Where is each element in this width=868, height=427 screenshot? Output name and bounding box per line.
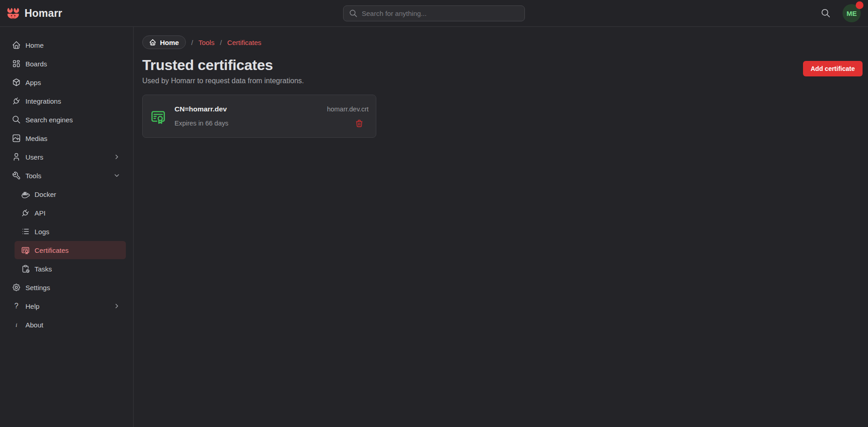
wrench-icon (12, 171, 21, 180)
header-search-button[interactable] (819, 6, 833, 20)
trash-icon (355, 119, 364, 128)
sidebar-item-logs[interactable]: Logs (15, 222, 126, 241)
sidebar-item-apps[interactable]: Apps (7, 73, 126, 91)
help-icon: ? (12, 301, 21, 311)
sidebar-item-label: Home (25, 41, 44, 49)
page-subtitle: Used by Homarr to request data from inte… (142, 77, 304, 85)
sidebar-item-search-engines[interactable]: Search engines (7, 111, 126, 129)
breadcrumb-tools-link[interactable]: Tools (199, 39, 215, 46)
sidebar-item-about[interactable]: i About (7, 316, 126, 334)
breadcrumb-certificates-link[interactable]: Certificates (227, 39, 261, 46)
sidebar-item-label: Users (25, 153, 43, 161)
sidebar-item-boards[interactable]: Boards (7, 55, 126, 73)
dashboard-icon (12, 59, 21, 68)
info-icon: i (12, 320, 21, 329)
app-logo[interactable]: Homarr (6, 7, 62, 20)
certificate-common-name: CN=homarr.dev (175, 105, 227, 113)
chevron-right-icon (113, 153, 120, 161)
sidebar-item-tasks[interactable]: Tasks (15, 260, 126, 278)
app-title: Homarr (25, 7, 62, 20)
header-actions: ME (819, 4, 862, 22)
clipboard-clock-icon (21, 264, 30, 273)
certificate-details: CN=homarr.dev homarr.dev.crt Expires in … (175, 105, 369, 128)
sidebar-item-integrations[interactable]: Integrations (7, 92, 126, 110)
sidebar-item-label: Certificates (35, 246, 69, 254)
chevron-down-icon (113, 172, 120, 179)
app-header: Homarr ME (0, 0, 868, 27)
search-input[interactable] (362, 10, 519, 17)
list-icon (21, 227, 30, 236)
plug-icon (21, 208, 30, 217)
breadcrumb-home-label: Home (160, 39, 179, 46)
breadcrumb-separator: / (220, 39, 222, 46)
sidebar-item-label: About (25, 321, 43, 329)
sidebar-item-label: Tasks (35, 265, 52, 273)
notification-dot (856, 1, 863, 9)
docker-icon (21, 190, 30, 199)
sidebar-item-label: Settings (25, 284, 50, 291)
breadcrumb-home[interactable]: Home (142, 35, 186, 49)
avatar-initials: ME (847, 10, 857, 17)
sidebar-item-label: Help (25, 302, 40, 310)
main-content: Home / Tools / Certificates Trusted cert… (134, 27, 868, 427)
sidebar-item-help[interactable]: ? Help (7, 297, 126, 315)
breadcrumb-separator: / (191, 39, 193, 46)
certificate-card: CN=homarr.dev homarr.dev.crt Expires in … (142, 95, 376, 138)
certificate-icon (150, 108, 166, 125)
search-icon (349, 9, 358, 18)
certificate-file-name: homarr.dev.crt (327, 105, 369, 113)
sidebar-item-label: Medias (25, 135, 47, 142)
breadcrumb: Home / Tools / Certificates (142, 35, 863, 49)
page-header: Trusted certificates Used by Homarr to r… (142, 57, 863, 85)
sidebar-item-users[interactable]: Users (7, 148, 126, 166)
delete-certificate-button[interactable] (355, 119, 364, 128)
sidebar-item-certificates[interactable]: Certificates (15, 241, 126, 259)
sidebar-item-settings[interactable]: Settings (7, 278, 126, 296)
search-icon (12, 115, 21, 124)
search-icon (821, 8, 831, 18)
certificate-icon (21, 246, 30, 255)
photo-icon (12, 134, 21, 143)
sidebar-item-label: Apps (25, 79, 41, 86)
sidebar-item-label: Boards (25, 60, 47, 68)
add-certificate-button[interactable]: Add certificate (803, 61, 863, 76)
gear-icon (12, 283, 21, 292)
sidebar-item-label: Integrations (25, 97, 61, 105)
homarr-crab-icon (6, 7, 20, 20)
global-search[interactable] (343, 5, 525, 21)
sidebar-item-label: Logs (35, 228, 50, 236)
sidebar-item-api[interactable]: API (15, 204, 126, 222)
sidebar-item-label: Tools (25, 172, 41, 180)
sidebar-item-docker[interactable]: Docker (15, 185, 126, 203)
sidebar-item-tools[interactable]: Tools (7, 166, 126, 185)
certificate-expiry: Expires in 66 days (175, 120, 228, 127)
plug-icon (12, 96, 21, 105)
sidebar-item-label: API (35, 209, 45, 217)
user-icon (12, 152, 21, 161)
page-title: Trusted certificates (142, 57, 304, 74)
page-title-block: Trusted certificates Used by Homarr to r… (142, 57, 304, 85)
sidebar-nav: Home Boards Apps Integrations Search eng… (0, 27, 134, 427)
sidebar-item-label: Docker (35, 191, 56, 198)
user-avatar[interactable]: ME (843, 4, 861, 22)
home-icon (149, 39, 156, 46)
sidebar-item-label: Search engines (25, 116, 73, 124)
box-icon (12, 78, 21, 87)
sidebar-item-medias[interactable]: Medias (7, 129, 126, 147)
chevron-right-icon (113, 302, 120, 310)
home-icon (12, 40, 21, 50)
sidebar-item-home[interactable]: Home (7, 36, 126, 54)
